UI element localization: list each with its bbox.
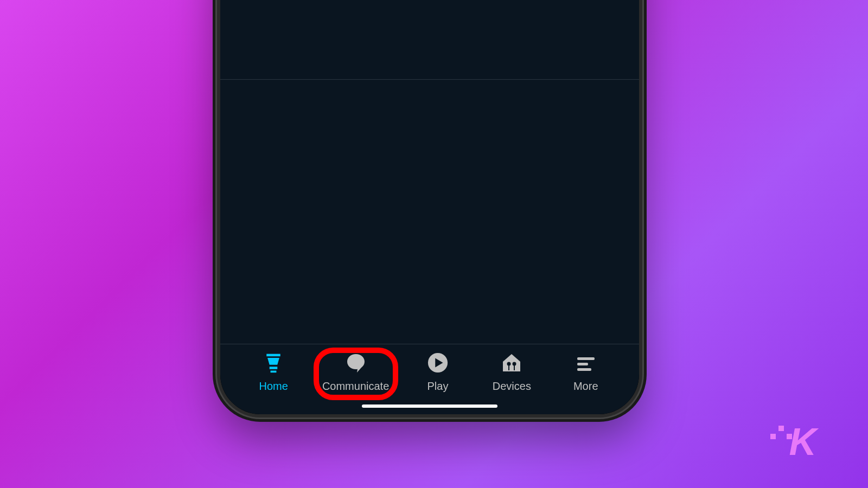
svg-rect-6	[508, 365, 509, 370]
home-indicator[interactable]	[362, 404, 497, 408]
svg-rect-10	[577, 368, 591, 371]
home-icon	[263, 352, 284, 374]
tab-home[interactable]: Home	[244, 352, 303, 393]
phone-frame: Home Communicate	[217, 0, 642, 418]
speech-bubble-icon	[345, 352, 367, 374]
house-devices-icon	[501, 352, 522, 374]
tab-label-more: More	[573, 380, 598, 393]
content-divider	[220, 79, 639, 80]
tab-label-devices: Devices	[493, 380, 531, 393]
phone-screen: Home Communicate	[220, 0, 639, 414]
tab-communicate[interactable]: Communicate	[318, 352, 394, 393]
tab-label-communicate: Communicate	[322, 380, 389, 393]
svg-rect-7	[514, 365, 515, 370]
tab-devices[interactable]: Devices	[482, 352, 541, 393]
bottom-tab-bar: Home Communicate	[220, 344, 639, 414]
tab-label-play: Play	[427, 380, 449, 393]
tab-label-home: Home	[259, 380, 288, 393]
svg-rect-2	[271, 371, 277, 373]
tab-play[interactable]: Play	[408, 352, 468, 393]
menu-lines-icon	[575, 352, 597, 374]
tab-more[interactable]: More	[556, 352, 616, 393]
svg-rect-0	[266, 354, 280, 357]
play-circle-icon	[427, 352, 449, 374]
svg-rect-1	[270, 367, 278, 369]
svg-rect-9	[577, 363, 588, 365]
watermark-logo: K	[789, 420, 816, 464]
content-area	[220, 0, 639, 344]
svg-rect-8	[577, 357, 595, 360]
